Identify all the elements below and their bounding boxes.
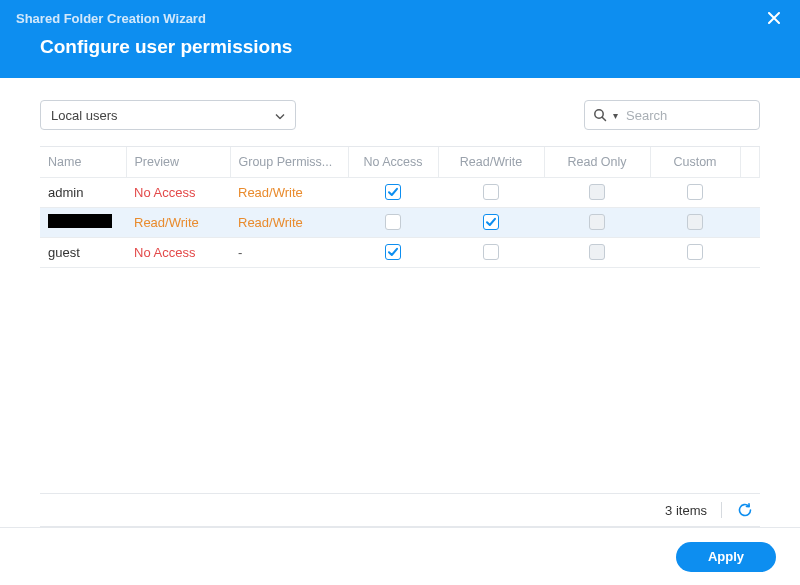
col-read-only[interactable]: Read Only: [544, 147, 650, 177]
close-icon[interactable]: [764, 8, 784, 28]
chevron-down-icon: ▾: [613, 110, 620, 121]
cell-no-access: [348, 177, 438, 207]
cell-read-write: [438, 207, 544, 237]
user-name: guest: [48, 245, 80, 260]
wizard-body: Local users ▾ Name Preview: [0, 78, 800, 527]
cell-spacer: [740, 207, 760, 237]
read-only-checkbox: [589, 244, 605, 260]
cell-spacer: [740, 237, 760, 267]
items-count: 3 items: [665, 503, 707, 518]
cell-read-only: [544, 237, 650, 267]
toolbar: Local users ▾: [40, 100, 760, 130]
no-access-checkbox[interactable]: [385, 214, 401, 230]
cell-read-write: [438, 237, 544, 267]
preview-value: Read/Write: [134, 215, 199, 230]
read-only-checkbox: [589, 184, 605, 200]
cell-name: [40, 207, 126, 237]
cell-name: admin: [40, 177, 126, 207]
header-top: Shared Folder Creation Wizard: [0, 0, 800, 30]
cell-preview: No Access: [126, 177, 230, 207]
custom-checkbox[interactable]: [687, 184, 703, 200]
col-no-access[interactable]: No Access: [348, 147, 438, 177]
chevron-down-icon: [275, 108, 285, 123]
group-permissions-value: Read/Write: [238, 185, 303, 200]
custom-checkbox: [687, 214, 703, 230]
permissions-table: Name Preview Group Permiss... No Access …: [40, 147, 760, 268]
page-title: Configure user permissions: [0, 30, 800, 78]
cell-preview: Read/Write: [126, 207, 230, 237]
col-read-write[interactable]: Read/Write: [438, 147, 544, 177]
refresh-icon[interactable]: [736, 501, 754, 519]
search-box[interactable]: ▾: [584, 100, 760, 130]
svg-line-1: [602, 117, 605, 120]
cell-read-write: [438, 177, 544, 207]
wizard-footer: Apply: [0, 527, 800, 585]
col-name[interactable]: Name: [40, 147, 126, 177]
preview-value: No Access: [134, 245, 195, 260]
group-permissions-value: -: [238, 245, 242, 260]
col-group-permissions[interactable]: Group Permiss...: [230, 147, 348, 177]
read-only-checkbox: [589, 214, 605, 230]
cell-group-permissions: -: [230, 237, 348, 267]
cell-spacer: [740, 177, 760, 207]
search-icon: [593, 108, 607, 122]
read-write-checkbox[interactable]: [483, 184, 499, 200]
table-header-row: Name Preview Group Permiss... No Access …: [40, 147, 760, 177]
cell-no-access: [348, 237, 438, 267]
cell-name: guest: [40, 237, 126, 267]
custom-checkbox[interactable]: [687, 244, 703, 260]
apply-button[interactable]: Apply: [676, 542, 776, 572]
table-status-bar: 3 items: [40, 493, 760, 527]
divider: [721, 502, 722, 518]
col-custom[interactable]: Custom: [650, 147, 740, 177]
no-access-checkbox[interactable]: [385, 184, 401, 200]
col-spacer: [740, 147, 760, 177]
cell-group-permissions: Read/Write: [230, 177, 348, 207]
cell-group-permissions: Read/Write: [230, 207, 348, 237]
wizard-window: Shared Folder Creation Wizard Configure …: [0, 0, 800, 585]
col-preview[interactable]: Preview: [126, 147, 230, 177]
permissions-table-wrap: Name Preview Group Permiss... No Access …: [40, 146, 760, 527]
table-row[interactable]: guestNo Access-: [40, 237, 760, 267]
group-permissions-value: Read/Write: [238, 215, 303, 230]
table-row[interactable]: Read/WriteRead/Write: [40, 207, 760, 237]
cell-no-access: [348, 207, 438, 237]
user-name: admin: [48, 185, 83, 200]
cell-read-only: [544, 177, 650, 207]
wizard-header: Shared Folder Creation Wizard Configure …: [0, 0, 800, 78]
cell-preview: No Access: [126, 237, 230, 267]
user-scope-selected-label: Local users: [51, 108, 117, 123]
search-input[interactable]: [624, 107, 796, 124]
cell-custom: [650, 237, 740, 267]
cell-custom: [650, 207, 740, 237]
wizard-title: Shared Folder Creation Wizard: [16, 11, 206, 26]
redacted-name: [48, 214, 112, 228]
table-row[interactable]: adminNo AccessRead/Write: [40, 177, 760, 207]
preview-value: No Access: [134, 185, 195, 200]
read-write-checkbox[interactable]: [483, 214, 499, 230]
cell-read-only: [544, 207, 650, 237]
cell-custom: [650, 177, 740, 207]
read-write-checkbox[interactable]: [483, 244, 499, 260]
user-scope-select[interactable]: Local users: [40, 100, 296, 130]
no-access-checkbox[interactable]: [385, 244, 401, 260]
